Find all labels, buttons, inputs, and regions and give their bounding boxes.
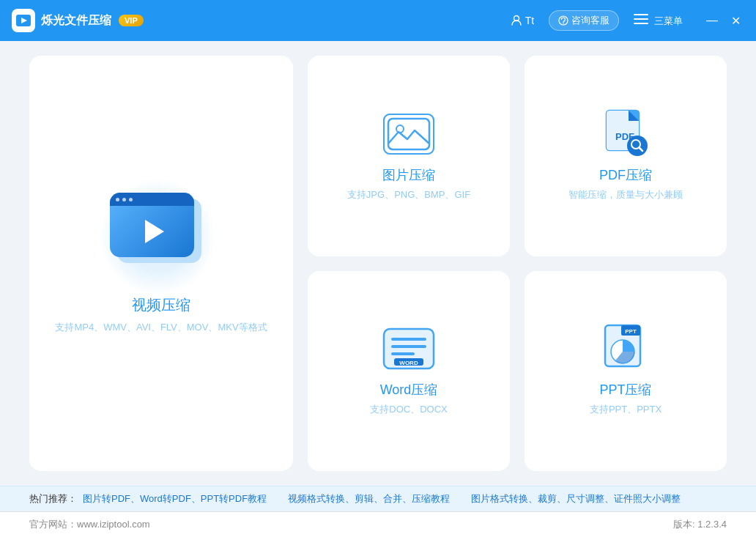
ppt-icon: PPT [596, 325, 655, 372]
svg-rect-6 [634, 18, 648, 20]
hot-link-1[interactable]: 图片转PDF、Word转PDF、PPT转PDF教程 [83, 492, 267, 505]
svg-text:WORD: WORD [399, 360, 418, 366]
image-icon [379, 111, 438, 158]
ppt-card[interactable]: PPT PPT压缩 支持PPT、PPTX [525, 271, 727, 472]
svg-point-19 [627, 136, 648, 156]
hot-link-3[interactable]: 图片格式转换、裁剪、尺寸调整、证件照大小调整 [471, 492, 681, 505]
word-icon: WORD [379, 325, 438, 372]
close-button[interactable]: ✕ [727, 12, 744, 29]
window-controls: — ✕ [703, 12, 744, 29]
hot-link-2[interactable]: 视频格式转换、剪辑、合并、压缩教程 [288, 492, 450, 505]
footer: 官方网站：www.iziptool.com 版本: 1.2.3.4 [0, 511, 756, 537]
titlebar-right: Tt 咨询客服 三菜单 — ✕ [505, 10, 744, 31]
cards-area: 视频压缩 支持MP4、WMV、AVI、FLV、MOV、MKV等格式 [29, 56, 727, 471]
image-subtitle: 支持JPG、PNG、BMP、GIF [347, 188, 470, 201]
svg-rect-10 [388, 119, 429, 149]
website-label: 官方网站：www.iziptool.com [29, 518, 150, 531]
ppt-subtitle: 支持PPT、PPTX [590, 403, 662, 416]
video-card[interactable]: 视频压缩 支持MP4、WMV、AVI、FLV、MOV、MKV等格式 [29, 56, 293, 471]
hot-recommend-label: 热门推荐： [29, 492, 77, 505]
version-label: 版本: 1.2.3.4 [673, 518, 727, 531]
main-content: 视频压缩 支持MP4、WMV、AVI、FLV、MOV、MKV等格式 [0, 41, 756, 486]
menu-button[interactable]: 三菜单 [628, 11, 689, 31]
svg-rect-25 [391, 352, 415, 355]
svg-point-4 [563, 23, 563, 23]
svg-rect-23 [391, 338, 426, 341]
vip-badge: VIP [119, 15, 144, 26]
pdf-title: PDF压缩 [599, 166, 652, 184]
video-icon [110, 193, 212, 281]
pdf-card[interactable]: PDF PDF压缩 智能压缩，质量与大小兼顾 [525, 56, 727, 256]
pdf-icon: PDF [596, 111, 655, 158]
video-subtitle: 支持MP4、WMV、AVI、FLV、MOV、MKV等格式 [55, 321, 267, 334]
svg-text:PPT: PPT [625, 328, 637, 335]
user-button[interactable]: Tt [505, 12, 540, 29]
word-subtitle: 支持DOC、DOCX [370, 403, 447, 416]
video-title: 视频压缩 [132, 295, 190, 315]
svg-rect-24 [391, 345, 426, 348]
svg-rect-7 [634, 23, 648, 24]
pdf-subtitle: 智能压缩，质量与大小兼顾 [568, 188, 683, 201]
consult-button[interactable]: 咨询客服 [549, 10, 619, 31]
word-card[interactable]: WORD Word压缩 支持DOC、DOCX [308, 271, 510, 472]
word-title: Word压缩 [380, 381, 438, 399]
app-title: 烁光文件压缩 [41, 13, 111, 29]
bottom-bar: 热门推荐： 图片转PDF、Word转PDF、PPT转PDF教程 视频格式转换、剪… [0, 486, 756, 511]
image-card[interactable]: 图片压缩 支持JPG、PNG、BMP、GIF [308, 56, 510, 256]
svg-rect-5 [634, 14, 648, 15]
right-grid: 图片压缩 支持JPG、PNG、BMP、GIF PDF [308, 56, 727, 471]
image-title: 图片压缩 [382, 166, 435, 184]
minimize-button[interactable]: — [703, 12, 721, 29]
ppt-title: PPT压缩 [599, 381, 651, 399]
titlebar: 烁光文件压缩 VIP Tt 咨询客服 三菜单 [0, 0, 756, 41]
app-logo [12, 9, 35, 32]
